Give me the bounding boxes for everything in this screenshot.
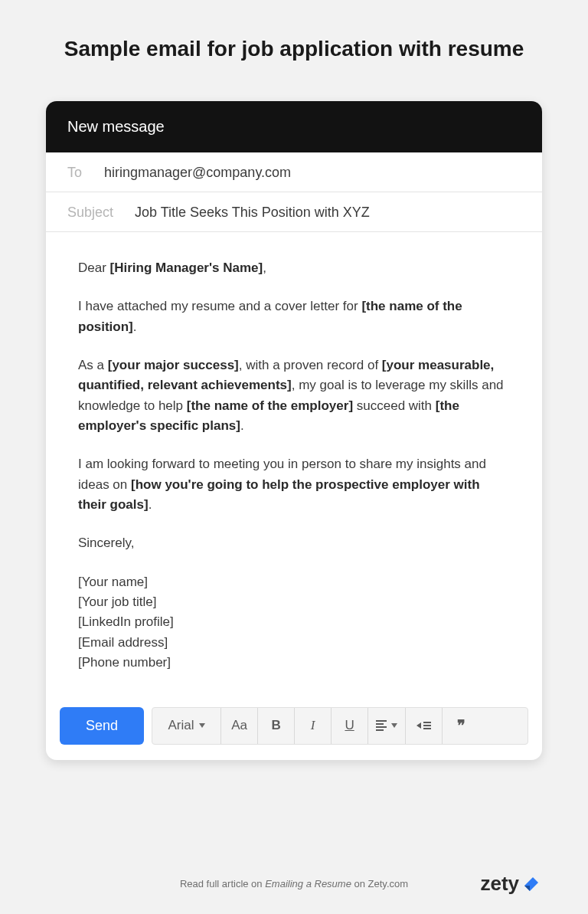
greeting-name: [Hiring Manager's Name] bbox=[110, 260, 263, 275]
paragraph-3: I am looking forward to meeting you in p… bbox=[78, 454, 510, 515]
compose-header: New message bbox=[46, 101, 542, 152]
tool-group: Arial Aa B I U ❞ bbox=[152, 707, 528, 745]
underline-button[interactable]: U bbox=[332, 708, 368, 744]
outdent-icon bbox=[416, 722, 431, 729]
outdent-button[interactable] bbox=[406, 708, 443, 744]
subject-input[interactable]: Job Title Seeks This Position with XYZ bbox=[135, 205, 370, 221]
paragraph-1: I have attached my resume and a cover le… bbox=[78, 296, 510, 337]
subject-row: Subject Job Title Seeks This Position wi… bbox=[46, 192, 542, 232]
email-body[interactable]: Dear [Hiring Manager's Name], I have att… bbox=[46, 232, 542, 696]
format-toolbar: Send Arial Aa B I U ❞ bbox=[46, 696, 542, 760]
logo-arrow-icon bbox=[522, 875, 541, 893]
sig-name: [Your name] bbox=[78, 572, 510, 592]
sig-linkedin: [LinkedIn profile] bbox=[78, 612, 510, 632]
sig-phone: [Phone number] bbox=[78, 653, 510, 673]
bold-icon: B bbox=[271, 718, 280, 733]
font-family-select[interactable]: Arial bbox=[152, 708, 221, 744]
subject-label: Subject bbox=[67, 205, 121, 221]
send-button[interactable]: Send bbox=[60, 707, 144, 745]
signature-block: [Your name] [Your job title] [LinkedIn p… bbox=[78, 572, 510, 673]
font-size-button[interactable]: Aa bbox=[221, 708, 258, 744]
align-left-icon bbox=[376, 720, 387, 731]
logo-text: zety bbox=[480, 872, 519, 896]
greeting-pre: Dear bbox=[78, 260, 110, 275]
compose-window: New message To hiringmanager@company.com… bbox=[46, 101, 542, 760]
align-button[interactable] bbox=[368, 708, 406, 744]
paragraph-2: As a [your major success], with a proven… bbox=[78, 355, 510, 436]
blockquote-button[interactable]: ❞ bbox=[443, 708, 479, 744]
underline-icon: U bbox=[345, 718, 354, 733]
to-input[interactable]: hiringmanager@company.com bbox=[104, 165, 291, 181]
to-row: To hiringmanager@company.com bbox=[46, 152, 542, 192]
footer-attribution: Read full article on Emailing a Resume o… bbox=[180, 878, 408, 889]
to-label: To bbox=[67, 165, 90, 181]
chevron-down-icon bbox=[391, 723, 397, 728]
font-family-label: Arial bbox=[168, 718, 194, 733]
page-title: Sample email for job application with re… bbox=[0, 0, 588, 61]
closing-line: Sincerely, bbox=[78, 533, 510, 553]
italic-icon: I bbox=[311, 718, 315, 733]
italic-button[interactable]: I bbox=[295, 708, 332, 744]
footer-link[interactable]: Emailing a Resume bbox=[265, 878, 351, 889]
sig-email: [Email address] bbox=[78, 633, 510, 653]
sig-title: [Your job title] bbox=[78, 592, 510, 612]
chevron-down-icon bbox=[199, 723, 205, 728]
font-size-label: Aa bbox=[231, 718, 247, 733]
quote-icon: ❞ bbox=[457, 716, 466, 735]
greeting-post: , bbox=[263, 260, 266, 275]
greeting-line: Dear [Hiring Manager's Name], bbox=[78, 258, 510, 278]
zety-logo: zety bbox=[480, 872, 541, 896]
bold-button[interactable]: B bbox=[258, 708, 295, 744]
